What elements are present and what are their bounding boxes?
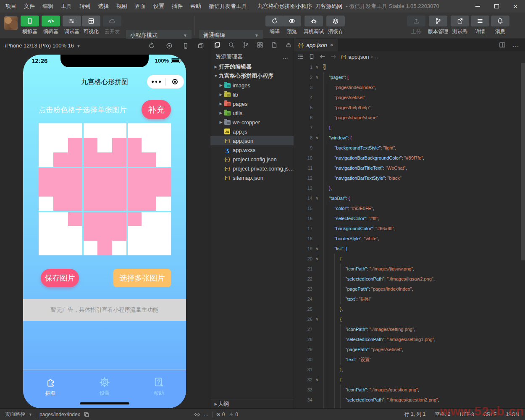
code-line-9[interactable]: 9"backgroundTextStyle": "light", [294, 143, 525, 153]
toolbar-button-可视化[interactable]: 可视化 [81, 16, 101, 35]
preview-eye-icon[interactable] [194, 411, 200, 417]
code-line-29[interactable]: 29"pagePath": "pages/set/set", [294, 344, 525, 354]
breadcrumb[interactable]: {··} app.json › … [341, 54, 380, 60]
search-icon[interactable] [228, 42, 235, 49]
fold-chevron-icon[interactable]: ∨ [314, 62, 320, 72]
toolbar-button-预览[interactable]: 预览 [279, 16, 304, 35]
code-line-27[interactable]: 27"iconPath": "./images/setting.png", [294, 324, 525, 334]
code-line-33[interactable]: 33"iconPath": "./images/question.png", [294, 385, 525, 395]
extensions-icon[interactable] [256, 42, 263, 49]
code-line-3[interactable]: 3"pages/index/index", [294, 82, 525, 92]
code-line-6[interactable]: 6"pages/shape/shape" [294, 113, 525, 123]
code-line-35[interactable]: 35"pagePath": "pages/help/help", [294, 405, 525, 408]
tree-item-project.private.config.js…[interactable]: {··}project.private.config.js… [210, 164, 294, 173]
tree-item-sitemap.json[interactable]: {··}sitemap.json [210, 173, 294, 182]
source-control-icon[interactable] [242, 42, 249, 49]
code-line-5[interactable]: 5"pages/help/help", [294, 102, 525, 113]
fold-chevron-icon[interactable]: ∨ [314, 375, 320, 385]
code-line-26[interactable]: 26∨{ [294, 314, 525, 324]
menu-工具[interactable]: 工具 [57, 0, 76, 13]
nav-forward-icon[interactable] [330, 53, 337, 60]
explorer-more-icon[interactable]: … [283, 54, 289, 60]
menu-微信开发者工具[interactable]: 微信开发者工具 [205, 0, 251, 13]
menu-编辑[interactable]: 编辑 [39, 0, 57, 13]
indent-setting[interactable]: 空格: 2 [435, 411, 450, 418]
tree-item-images[interactable]: ▶images [210, 81, 294, 90]
cursor-position[interactable]: 行 1, 列 1 [404, 411, 426, 418]
code-line-1[interactable]: 1∨{ [294, 62, 525, 72]
code-line-14[interactable]: 14∨"tabBar": { [294, 193, 525, 203]
code-line-16[interactable]: 16"selectedColor": "#fff", [294, 213, 525, 223]
fold-chevron-icon[interactable]: ∨ [314, 133, 320, 143]
toolbar-button-消息[interactable]: 消息 [487, 16, 513, 35]
fold-chevron-icon[interactable]: ∨ [314, 254, 320, 264]
code-line-30[interactable]: 30"text": "设置" [294, 354, 525, 365]
language-mode[interactable]: JSON [506, 412, 519, 417]
file-panel-icon[interactable] [270, 42, 278, 49]
code-line-12[interactable]: 12"navigationBarTextStyle": "black" [294, 173, 525, 183]
code-line-32[interactable]: 32∨{ [294, 375, 525, 385]
tree-item-lib[interactable]: ▶lib [210, 90, 294, 99]
tree-item-app.wxss[interactable]: ʒapp.wxss [210, 145, 294, 155]
bookmark-icon[interactable] [308, 53, 315, 60]
tree-item-pages[interactable]: ▶pages [210, 99, 294, 108]
toolbar-button-调试器[interactable]: 调试器 [62, 16, 81, 35]
nav-back-icon[interactable] [319, 53, 326, 60]
refill-button[interactable]: 补充 [142, 100, 171, 119]
problems-indicator[interactable]: ⊗0 ⚠0 [216, 412, 238, 417]
close-button[interactable]: × [506, 0, 525, 13]
toolbar-button-编辑器[interactable]: </>编辑器 [41, 16, 60, 35]
tree-item-utils[interactable]: ▶utils [210, 108, 294, 118]
heart-puzzle-grid[interactable] [39, 123, 171, 255]
toolbar-button-云开发[interactable]: 云开发 [102, 16, 122, 35]
tree-item-打开的编辑器[interactable]: ▶打开的编辑器 [210, 62, 294, 71]
fold-chevron-icon[interactable]: ∨ [314, 72, 320, 82]
miniapp-tab-帮助[interactable]: 帮助 [132, 370, 186, 408]
code-line-13[interactable]: 13}, [294, 183, 525, 193]
tab-app-json[interactable]: {··} app.json × [294, 39, 338, 51]
menu-帮助[interactable]: 帮助 [186, 0, 205, 13]
code-line-21[interactable]: 21"iconPath": "./images/jigsaw.png", [294, 264, 525, 274]
editor-more-icon[interactable]: … [512, 41, 519, 49]
tree-item-project.config.json[interactable]: {··}project.config.json [210, 155, 294, 164]
eol-setting[interactable]: CRLF [483, 412, 496, 417]
miniapp-tab-拼图[interactable]: 拼图 [23, 370, 77, 408]
page-path-label[interactable]: 页面路径 [5, 411, 25, 418]
menu-项目[interactable]: 项目 [2, 0, 20, 13]
device-frame-icon[interactable] [182, 42, 189, 50]
code-editor[interactable]: 1∨{2∨"pages": [3"pages/index/index",4"pa… [294, 62, 525, 408]
code-line-31[interactable]: 31}, [294, 365, 525, 375]
tree-item-app.js[interactable]: JSapp.js [210, 127, 294, 136]
editor-scrollbar[interactable] [521, 63, 525, 260]
code-line-24[interactable]: 24"text": "拼图" [294, 294, 525, 304]
fold-chevron-icon[interactable]: ∨ [314, 193, 320, 203]
fold-chevron-icon[interactable]: ∨ [314, 314, 320, 324]
multi-window-icon[interactable] [197, 42, 205, 50]
close-tab-icon[interactable]: × [330, 42, 333, 48]
tree-item-we-cropper[interactable]: ▶we-cropper [210, 118, 294, 127]
menu-设置[interactable]: 设置 [150, 0, 168, 13]
menu-文件[interactable]: 文件 [20, 0, 39, 13]
more-menu-icon[interactable] [147, 81, 165, 83]
code-line-2[interactable]: 2∨"pages": [ [294, 72, 525, 82]
copy-icon[interactable] [84, 411, 90, 417]
menu-界面[interactable]: 界面 [131, 0, 150, 13]
menu-选择[interactable]: 选择 [94, 0, 113, 13]
split-editor-icon[interactable] [499, 42, 506, 48]
code-line-10[interactable]: 10"navigationBarBackgroundColor": "#89f7… [294, 153, 525, 163]
user-avatar[interactable] [4, 16, 18, 30]
toolbar-button-真机调试[interactable]: 真机调试 [301, 16, 326, 35]
exit-target-icon[interactable] [166, 79, 184, 84]
npm-icon[interactable] [285, 42, 292, 49]
tree-item-app.json[interactable]: {··}app.json [210, 136, 294, 145]
code-line-20[interactable]: 20∨{ [294, 254, 525, 264]
toolbar-button-清缓存[interactable]: 清缓存 [323, 16, 348, 35]
minimize-button[interactable] [468, 0, 487, 13]
code-line-17[interactable]: 17"backgroundColor": "#66a6ff", [294, 223, 525, 234]
menu-视图[interactable]: 视图 [113, 0, 131, 13]
device-selector[interactable]: iPhone 12/13 (Pro) 100% 16 ▼ [5, 42, 80, 49]
code-line-34[interactable]: 34"selectedIconPath": "./images/question… [294, 395, 525, 405]
code-line-11[interactable]: 11"navigationBarTitleText": "WeChat", [294, 163, 525, 173]
code-line-4[interactable]: 4"pages/set/set", [294, 92, 525, 102]
menu-转到[interactable]: 转到 [76, 0, 94, 13]
